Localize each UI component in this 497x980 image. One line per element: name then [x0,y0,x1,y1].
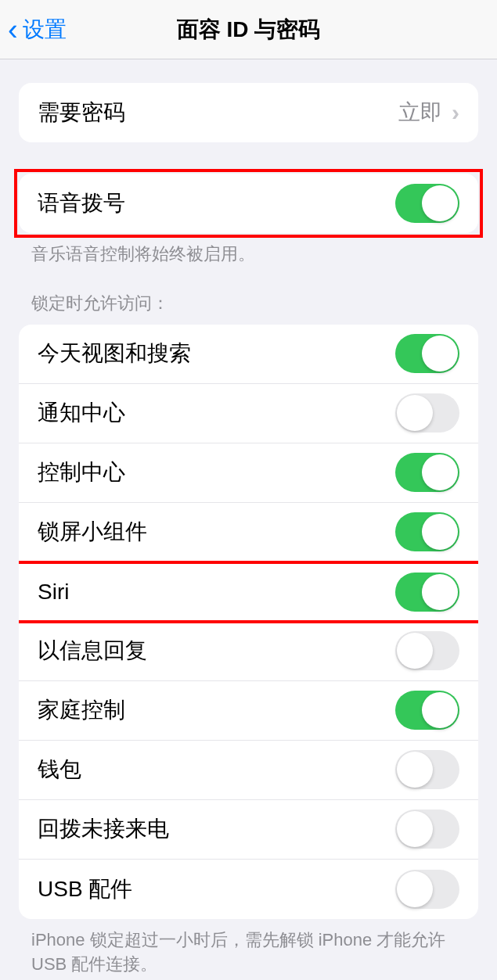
voice-dial-group: 语音拨号 [19,174,478,233]
home-control-toggle[interactable] [395,691,459,730]
voice-dial-section: 语音拨号 [0,174,497,233]
require-passcode-value-wrap: 立即 › [398,98,459,127]
require-passcode-label: 需要密码 [38,98,125,127]
page-title: 面容 ID 与密码 [177,15,321,45]
usb-accessories-toggle[interactable] [395,870,459,909]
toggle-knob [397,811,433,847]
lock-screen-widgets-label: 锁屏小组件 [38,517,147,547]
today-view-toggle[interactable] [395,334,459,373]
control-center-row: 控制中心 [19,443,478,503]
notification-center-row: 通知中心 [19,384,478,443]
return-missed-calls-label: 回拨未接来电 [38,814,169,844]
toggle-knob [397,871,433,907]
lock-screen-widgets-row: 锁屏小组件 [19,503,478,562]
today-view-row: 今天视图和搜索 [19,325,478,384]
require-passcode-group: 需要密码 立即 › [19,83,478,142]
require-passcode-value: 立即 [398,98,442,127]
toggle-knob [422,185,458,221]
toggle-knob [397,633,433,669]
toggle-knob [422,514,458,550]
reply-with-message-row: 以信息回复 [19,622,478,681]
chevron-right-icon: › [452,99,459,126]
notification-center-label: 通知中心 [38,398,125,428]
toggle-knob [422,692,458,728]
voice-dial-footer: 音乐语音控制将始终被启用。 [31,242,466,267]
toggle-knob [422,336,458,372]
content-area: 需要密码 立即 › 语音拨号 音乐语音控制将始终被启用。 锁定时允许访问： 今天… [0,59,497,976]
back-button[interactable]: ‹ 设置 [0,15,67,45]
reply-with-message-label: 以信息回复 [38,636,147,666]
usb-accessories-label: USB 配件 [38,874,132,904]
lock-access-group: 今天视图和搜索 通知中心 控制中心 锁屏小组件 [19,325,478,919]
today-view-label: 今天视图和搜索 [38,339,191,368]
wallet-row: 钱包 [19,741,478,800]
usb-footer: iPhone 锁定超过一小时后，需先解锁 iPhone 才能允许USB 配件连接… [31,928,466,977]
home-control-row: 家庭控制 [19,681,478,741]
siri-toggle[interactable] [395,573,459,612]
voice-dial-toggle[interactable] [395,184,459,223]
wallet-toggle[interactable] [395,750,459,789]
toggle-knob [397,752,433,788]
notification-center-toggle[interactable] [395,393,459,433]
lock-screen-widgets-toggle[interactable] [395,512,459,551]
toggle-knob [422,454,458,490]
navigation-header: ‹ 设置 面容 ID 与密码 [0,0,497,59]
toggle-knob [422,574,458,610]
lock-section-header: 锁定时允许访问： [31,292,466,315]
wallet-label: 钱包 [38,755,81,784]
home-control-label: 家庭控制 [38,695,125,725]
require-passcode-row[interactable]: 需要密码 立即 › [19,83,478,142]
siri-label: Siri [38,580,69,605]
voice-dial-row: 语音拨号 [19,174,478,233]
siri-row: Siri [19,562,478,622]
voice-dial-label: 语音拨号 [38,188,125,218]
usb-accessories-row: USB 配件 [19,860,478,919]
back-label: 设置 [23,15,67,45]
control-center-toggle[interactable] [395,453,459,492]
toggle-knob [397,395,433,431]
reply-with-message-toggle[interactable] [395,631,459,670]
return-missed-calls-row: 回拨未接来电 [19,800,478,860]
return-missed-calls-toggle[interactable] [395,809,459,849]
control-center-label: 控制中心 [38,458,125,487]
chevron-left-icon: ‹ [8,15,18,45]
